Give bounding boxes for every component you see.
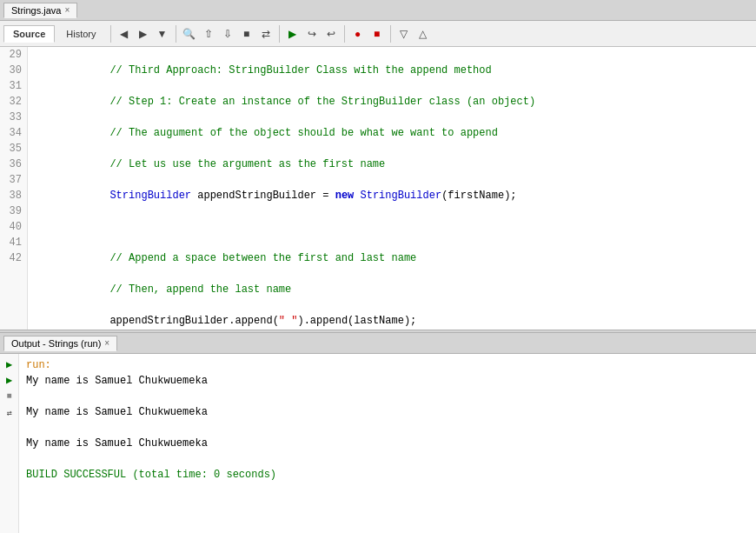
- down-btn[interactable]: ▼: [154, 25, 171, 43]
- play-icon[interactable]: ▶: [3, 357, 17, 371]
- breakpoint-btn[interactable]: ●: [349, 25, 367, 43]
- output-line-run: run:: [26, 357, 749, 373]
- toolbar-separator-4: [344, 25, 345, 43]
- line-num-42: 42: [3, 250, 22, 266]
- step-btn[interactable]: ↪: [303, 25, 321, 43]
- next-btn[interactable]: ⇩: [219, 25, 236, 43]
- bookmark2-btn[interactable]: △: [414, 25, 432, 43]
- line-num-37: 37: [3, 172, 22, 188]
- toolbar: Source History ◀ ▶ ▼ 🔍 ⇧ ⇩ ■ ⇄ ▶ ↪ ↩ ● ■…: [0, 21, 756, 47]
- file-tab-close[interactable]: ×: [64, 5, 70, 15]
- code-line-34: [35, 219, 749, 235]
- line-num-39: 39: [3, 203, 22, 219]
- output-blank-2: [26, 420, 749, 436]
- title-bar: Strings.java ×: [0, 0, 756, 21]
- code-line-33: StringBuilder appendStringBuilder = new …: [35, 188, 749, 203]
- code-line-35: // Append a space between the first and …: [35, 250, 749, 266]
- code-line-36: // Then, append the last name: [35, 282, 749, 297]
- line-num-33: 33: [3, 110, 22, 125]
- run-btn[interactable]: ▶: [284, 25, 302, 43]
- output-sidebar: ▶ ▶ ■ ⇄: [0, 354, 19, 533]
- code-content[interactable]: // Third Approach: StringBuilder Class w…: [28, 47, 756, 330]
- output-line-2: My name is Samuel Chukwuemeka: [26, 404, 749, 420]
- code-line-37: appendStringBuilder.append(" ").append(l…: [35, 313, 749, 329]
- toolbar-separator-2: [176, 25, 176, 43]
- output-tab-close[interactable]: ×: [104, 338, 109, 348]
- editor-area: 29 30 31 32 33 34 35 36 37 38 39 40 41 4…: [0, 47, 756, 330]
- line-num-34: 34: [3, 125, 22, 141]
- line-numbers: 29 30 31 32 33 34 35 36 37 38 39 40 41 4…: [0, 47, 28, 330]
- source-tab[interactable]: Source: [3, 25, 55, 43]
- output-line-success: BUILD SUCCESSFUL (total time: 0 seconds): [26, 467, 749, 483]
- toolbar-separator-3: [279, 25, 280, 43]
- line-num-36: 36: [3, 157, 22, 172]
- search-btn[interactable]: 🔍: [181, 25, 198, 43]
- line-num-31: 31: [3, 78, 22, 94]
- output-blank-3: [26, 451, 749, 467]
- output-line-3: My name is Samuel Chukwuemeka: [26, 436, 749, 451]
- line-num-35: 35: [3, 141, 22, 157]
- bookmark-btn[interactable]: ▽: [395, 25, 413, 43]
- line-num-32: 32: [3, 94, 22, 110]
- code-line-31: // The augument of the object should be …: [35, 125, 749, 141]
- code-line-30: // Step 1: Create an instance of the Str…: [35, 94, 749, 110]
- toolbar-separator-1: [110, 25, 111, 43]
- toolbar-separator-5: [390, 25, 391, 43]
- history-tab[interactable]: History: [56, 25, 105, 43]
- line-num-38: 38: [3, 188, 22, 203]
- toggle-btn[interactable]: ■: [238, 25, 255, 43]
- output-content[interactable]: run: My name is Samuel Chukwuemeka My na…: [19, 354, 756, 533]
- line-num-29: 29: [3, 47, 22, 63]
- file-tab[interactable]: Strings.java ×: [3, 3, 77, 18]
- forward-btn[interactable]: ▶: [135, 25, 152, 43]
- stop-icon[interactable]: ■: [3, 389, 17, 403]
- line-num-41: 41: [3, 235, 22, 250]
- output-tab-label: Output - Strings (run): [11, 338, 101, 349]
- output-blank-1: [26, 389, 749, 404]
- line-num-40: 40: [3, 219, 22, 235]
- step-into-btn[interactable]: ↩: [322, 25, 340, 43]
- code-container: 29 30 31 32 33 34 35 36 37 38 39 40 41 4…: [0, 47, 756, 330]
- output-body: ▶ ▶ ■ ⇄ run: My name is Samuel Chukwueme…: [0, 354, 756, 533]
- output-line-1: My name is Samuel Chukwuemeka: [26, 373, 749, 389]
- line-num-30: 30: [3, 63, 22, 78]
- back-btn[interactable]: ◀: [116, 25, 133, 43]
- code-line-29: // Third Approach: StringBuilder Class w…: [35, 63, 749, 78]
- replace-btn[interactable]: ⇄: [257, 25, 275, 43]
- output-panel: Output - Strings (run) × ▶ ▶ ■ ⇄ run: My…: [0, 333, 756, 533]
- file-tab-label: Strings.java: [11, 5, 61, 16]
- stop-btn[interactable]: ■: [368, 25, 386, 43]
- prev-btn[interactable]: ⇧: [200, 25, 217, 43]
- wrap-icon[interactable]: ⇄: [3, 406, 17, 420]
- output-header: Output - Strings (run) ×: [0, 333, 756, 354]
- code-line-32: // Let us use the argument as the first …: [35, 157, 749, 172]
- output-tab[interactable]: Output - Strings (run) ×: [3, 336, 117, 351]
- play2-icon[interactable]: ▶: [3, 373, 17, 387]
